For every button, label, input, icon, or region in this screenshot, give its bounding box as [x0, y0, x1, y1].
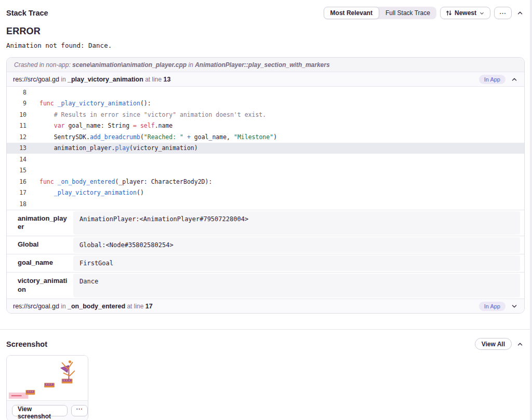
- code-text: SentrySDK.add_breadcrumb("Reached: " + g…: [39, 133, 277, 141]
- stack-trace-controls: Most Relevant Full Stack Trace Newest ⋯: [324, 7, 525, 19]
- crash-banner-file: scene\animation\animation_player.cpp: [72, 61, 187, 69]
- source-code-context: 89func _play_victory_animation():10 # Re…: [7, 87, 524, 210]
- crashed-in-non-app-banner: Crashed in non-app: scene\animation\anim…: [7, 58, 524, 72]
- code-line-16: 16func _on_body_entered(_player: Charact…: [7, 176, 524, 187]
- more-options-button[interactable]: ⋯: [494, 7, 512, 19]
- variable-value: Global:<Node#35802580254>: [73, 237, 520, 253]
- code-line-17: 17 _play_victory_animation(): [7, 187, 524, 199]
- chevron-down-icon: [479, 10, 485, 16]
- frame-in-word: in: [59, 76, 68, 83]
- sort-label: Newest: [455, 9, 476, 17]
- stack-trace-view-toggle: Most Relevant Full Stack Trace: [324, 7, 436, 19]
- ellipsis-icon: ⋯: [76, 405, 83, 413]
- frame-function: _play_victory_animation: [68, 76, 143, 83]
- frame-line-number: 13: [164, 76, 171, 83]
- code-line-10: 10 # Results in error since "victory" an…: [7, 109, 524, 120]
- error-type-label: ERROR: [6, 26, 525, 37]
- most-relevant-tab[interactable]: Most Relevant: [324, 7, 379, 19]
- collapse-screenshot-button[interactable]: [515, 341, 525, 348]
- line-number: 8: [7, 89, 26, 96]
- page-scrollbar[interactable]: [530, 0, 532, 420]
- platform-1: [25, 390, 35, 395]
- variable-name: Global: [7, 236, 73, 254]
- error-message: Animation not found: Dance.: [6, 42, 525, 49]
- variable-row: goal_nameFirstGoal: [7, 254, 524, 272]
- sort-arrows-icon: [446, 10, 452, 16]
- screenshot-card: View screenshot ⋯: [6, 355, 88, 420]
- page-title: Stack Trace: [6, 9, 48, 17]
- frame-variables: animation_playerAnimationPlayer:<Animati…: [7, 210, 524, 299]
- section-divider: [0, 329, 532, 330]
- frame-in-word: in: [59, 303, 68, 310]
- chevron-down-icon[interactable]: [511, 303, 518, 310]
- line-number: 11: [7, 122, 26, 129]
- ellipsis-icon: ⋯: [499, 10, 507, 17]
- page-content: Stack Trace Most Relevant Full Stack Tra…: [6, 0, 525, 420]
- platform-2: [44, 383, 55, 387]
- line-number: 15: [7, 167, 26, 174]
- code-text: animation_player.play(victory_animation): [39, 144, 198, 152]
- variable-row: GlobalGlobal:<Node#35802580254>: [7, 236, 524, 254]
- screenshot-controls: View All: [475, 338, 525, 350]
- code-text: var goal_name: String = self.name: [39, 122, 172, 129]
- chevron-up-icon: [516, 341, 524, 348]
- screenshot-more-button[interactable]: ⋯: [71, 405, 88, 416]
- line-number: 16: [7, 178, 26, 185]
- line-number: 18: [7, 200, 26, 208]
- variable-value: Dance: [73, 274, 520, 297]
- code-line-13: 13 animation_player.play(victory_animati…: [7, 143, 524, 154]
- line-number: 12: [7, 133, 26, 141]
- code-line-11: 11 var goal_name: String = self.name: [7, 120, 524, 132]
- screenshot-card-footer: View screenshot ⋯: [7, 401, 88, 420]
- line-number: 13: [7, 144, 26, 152]
- variable-row: victory_animationDance: [7, 272, 524, 299]
- full-stack-trace-tab[interactable]: Full Stack Trace: [379, 7, 436, 19]
- crash-banner-separator: in: [187, 61, 195, 69]
- view-screenshot-button[interactable]: View screenshot: [12, 405, 68, 416]
- collapse-stack-trace-button[interactable]: [515, 9, 525, 17]
- variable-value: AnimationPlayer:<AnimationPlayer#7950722…: [73, 211, 520, 235]
- frame-at-word: at line: [125, 303, 145, 310]
- frame-line-number: 17: [145, 303, 153, 310]
- code-text: func _on_body_entered(_player: Character…: [39, 178, 212, 185]
- variable-name: goal_name: [7, 254, 73, 272]
- screenshot-section-header: Screenshot View All: [6, 338, 525, 350]
- view-all-button[interactable]: View All: [475, 338, 512, 350]
- frame-at-word: at line: [143, 76, 164, 83]
- chevron-up-icon[interactable]: [511, 76, 518, 83]
- code-line-15: 15: [7, 165, 524, 177]
- frame-file: res://src/goal.gd: [13, 303, 59, 310]
- variable-row: animation_playerAnimationPlayer:<Animati…: [7, 210, 524, 236]
- code-line-8: 8: [7, 87, 524, 98]
- code-text: _play_victory_animation(): [39, 189, 144, 196]
- frame-function: _on_body_entered: [68, 303, 125, 310]
- crash-banner-prefix: Crashed in non-app:: [14, 61, 72, 69]
- crash-banner-function: AnimationPlayer::play_section_with_marke…: [195, 61, 329, 69]
- variable-value: FirstGoal: [73, 255, 520, 271]
- code-line-18: 18: [7, 198, 524, 210]
- variable-name: victory_animation: [7, 273, 73, 299]
- code-line-12: 12 SentrySDK.add_breadcrumb("Reached: " …: [7, 131, 524, 143]
- code-text: func _play_victory_animation():: [39, 100, 151, 107]
- line-number: 17: [7, 189, 26, 196]
- game-screenshot-thumbnail[interactable]: [7, 356, 88, 401]
- frame-header-on-body-entered[interactable]: res://src/goal.gd in _on_body_entered at…: [7, 299, 524, 313]
- platform-3: [62, 379, 73, 384]
- frame-header-play-victory-animation[interactable]: res://src/goal.gd in _play_victory_anima…: [7, 72, 524, 87]
- line-number: 10: [7, 111, 26, 118]
- screenshot-title: Screenshot: [6, 340, 47, 348]
- frame-file: res://src/goal.gd: [13, 76, 59, 83]
- line-number: 14: [7, 156, 26, 163]
- code-text: # Results in error since "victory" anima…: [39, 111, 266, 118]
- code-line-14: 14: [7, 154, 524, 165]
- sort-newest-dropdown[interactable]: Newest: [440, 7, 490, 19]
- line-number: 9: [7, 100, 26, 107]
- code-line-9: 9func _play_victory_animation():: [7, 98, 524, 110]
- stack-trace-header: Stack Trace Most Relevant Full Stack Tra…: [6, 0, 525, 19]
- in-app-badge: In App: [479, 75, 506, 84]
- chevron-up-icon: [516, 9, 524, 17]
- variable-name: animation_player: [7, 210, 73, 236]
- in-app-badge: In App: [479, 302, 506, 311]
- stack-trace-panel: Crashed in non-app: scene\animation\anim…: [6, 57, 525, 314]
